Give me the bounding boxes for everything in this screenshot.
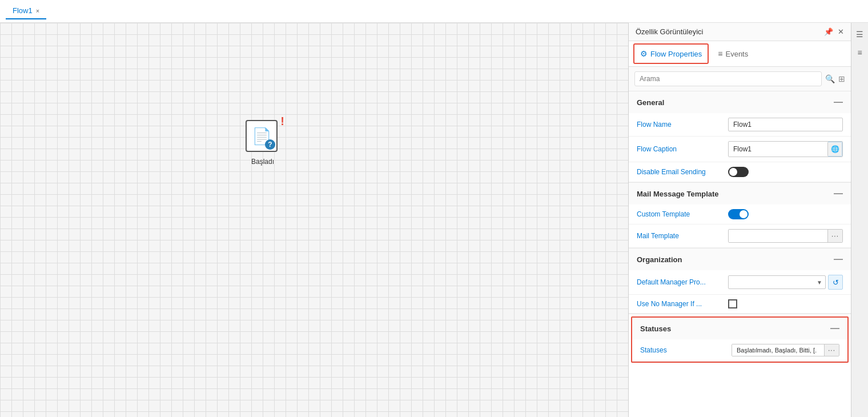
statuses-more-icon[interactable]: ··· (824, 344, 839, 356)
statuses-label: Statuses (640, 346, 726, 354)
tab-label: Flow1 (13, 6, 33, 15)
flow-node-icon-box: 📄 ? (246, 120, 278, 152)
mail-template-input-group: ··· (728, 229, 843, 243)
statuses-value-wrapper: ··· (732, 344, 839, 356)
use-no-manager-checkbox[interactable] (728, 299, 737, 308)
flow-canvas[interactable]: 📄 ? ! Başladı (0, 23, 628, 417)
custom-template-label: Custom Template (637, 210, 722, 218)
right-sidebar: ☰ ≡ (851, 23, 868, 417)
search-input[interactable] (634, 71, 822, 86)
organization-collapse-icon[interactable]: — (834, 254, 843, 264)
flow-name-input[interactable] (728, 118, 843, 131)
panel-tabs: ⚙ Flow Properties ≡ Events (629, 41, 851, 67)
tab-flow-properties-label: Flow Properties (650, 50, 702, 58)
general-section: General — Flow Name Flow Caption (629, 91, 851, 183)
translate-icon[interactable]: 🌐 (827, 142, 842, 157)
mail-template-title: Mail Message Template (637, 190, 719, 198)
disable-email-toggle[interactable] (728, 167, 749, 177)
mail-template-collapse-icon[interactable]: — (834, 189, 843, 199)
general-section-header: General — (629, 91, 851, 113)
flow-name-row: Flow Name (629, 113, 851, 137)
organization-title: Organization (637, 255, 682, 264)
default-manager-select[interactable] (728, 275, 826, 289)
flow-node-started[interactable]: 📄 ? ! Başladı (246, 120, 280, 166)
flow-caption-value-wrapper: 🌐 (728, 141, 843, 157)
refresh-button[interactable]: ↺ (828, 275, 843, 290)
flow-caption-row: Flow Caption 🌐 (629, 137, 851, 162)
default-manager-label: Default Manager Pro... (637, 278, 722, 286)
statuses-section: Statuses — Statuses ··· (631, 316, 849, 363)
use-no-manager-label: Use No Manager If ... (637, 300, 722, 308)
panel-header: Özellik Görüntüleyici 📌 ✕ (629, 23, 851, 41)
default-manager-row: Default Manager Pro... ▼ ↺ (629, 270, 851, 295)
statuses-collapse-icon[interactable]: — (830, 323, 839, 334)
tab-flow-properties[interactable]: ⚙ Flow Properties (633, 43, 709, 64)
statuses-input[interactable] (732, 344, 824, 356)
mail-template-more-icon[interactable]: ··· (827, 230, 842, 242)
close-tab-icon[interactable]: × (36, 7, 39, 14)
organization-section-header: Organization — (629, 248, 851, 270)
properties-content: General — Flow Name Flow Caption (629, 91, 851, 417)
panel-title: Özellik Görüntüleyici (636, 27, 704, 36)
custom-template-toggle[interactable] (728, 209, 749, 219)
statuses-section-header: Statuses — (632, 318, 847, 339)
mail-template-section: Mail Message Template — Custom Template … (629, 183, 851, 248)
mail-template-input[interactable] (729, 230, 827, 242)
use-no-manager-value (728, 299, 843, 308)
disable-email-row: Disable Email Sending (629, 162, 851, 182)
toggle-knob (729, 168, 737, 176)
mail-template-section-header: Mail Message Template — (629, 183, 851, 205)
sidebar-icon-list[interactable]: ≡ (853, 46, 867, 59)
panel-header-icons: 📌 ✕ (824, 27, 844, 36)
statuses-row: Statuses ··· (632, 339, 847, 362)
node-label: Başladı (251, 158, 274, 166)
toggle-knob-custom (740, 210, 748, 218)
organization-section: Organization — Default Manager Pro... ▼ … (629, 248, 851, 314)
close-panel-icon[interactable]: ✕ (838, 27, 844, 36)
search-icons: 🔍 ⊞ (825, 74, 845, 83)
flow-caption-input[interactable] (729, 142, 827, 157)
flow-caption-label: Flow Caption (637, 145, 722, 153)
mail-template-label: Mail Template (637, 232, 722, 240)
statuses-input-group: ··· (732, 344, 839, 356)
warning-badge: ! (280, 115, 284, 127)
search-icon[interactable]: 🔍 (825, 74, 835, 83)
tab-events[interactable]: ≡ Events (711, 43, 755, 64)
layout-icon[interactable]: ⊞ (838, 74, 845, 83)
disable-email-value (728, 167, 843, 177)
search-bar: 🔍 ⊞ (629, 67, 851, 91)
gear-icon: ⚙ (640, 49, 648, 58)
custom-template-value (728, 209, 843, 219)
flow-name-value-wrapper (728, 118, 843, 131)
general-title: General (637, 98, 664, 107)
general-collapse-icon[interactable]: — (834, 97, 843, 107)
statuses-title: Statuses (640, 324, 671, 333)
properties-panel: Özellik Görüntüleyici 📌 ✕ ⚙ Flow Propert… (628, 23, 851, 417)
flow1-tab[interactable]: Flow1 × (6, 3, 46, 19)
flow-caption-input-group: 🌐 (728, 141, 843, 157)
use-no-manager-row: Use No Manager If ... (629, 295, 851, 314)
mail-template-value: ··· (728, 229, 843, 243)
mail-template-row: Mail Template ··· (629, 224, 851, 248)
default-manager-select-wrapper: ▼ (728, 275, 826, 289)
pin-icon[interactable]: 📌 (824, 27, 833, 36)
tab-events-label: Events (725, 50, 748, 58)
flow-name-label: Flow Name (637, 121, 722, 129)
sidebar-icon-menu[interactable]: ☰ (853, 27, 867, 41)
events-icon: ≡ (718, 49, 722, 58)
custom-template-row: Custom Template (629, 205, 851, 224)
disable-email-label: Disable Email Sending (637, 168, 722, 176)
question-icon: ? (265, 139, 275, 150)
default-manager-value: ▼ ↺ (728, 275, 843, 290)
